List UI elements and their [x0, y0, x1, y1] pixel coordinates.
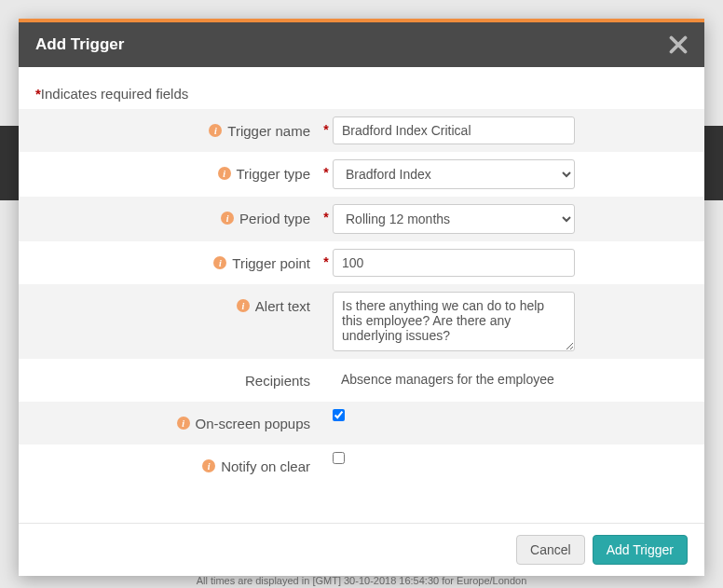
required-mark: *	[320, 249, 333, 269]
required-mark: *	[320, 159, 333, 180]
row-period-type: i Period type * Rolling 12 months	[19, 197, 704, 241]
row-notify-on-clear: i Notify on clear	[19, 444, 704, 487]
info-icon[interactable]: i	[218, 167, 231, 180]
modal-header: Add Trigger	[19, 19, 704, 67]
trigger-point-input[interactable]	[333, 249, 575, 277]
row-alert-text: i Alert text	[19, 284, 704, 359]
period-type-select[interactable]: Rolling 12 months	[333, 204, 575, 234]
onscreen-popups-checkbox[interactable]	[333, 409, 345, 421]
recipients-value: Absence managers for the employee	[333, 366, 563, 392]
footer-timestamp: All times are displayed in [GMT] 30-10-2…	[0, 573, 723, 588]
label-trigger-name: Trigger name	[227, 123, 310, 139]
cancel-button[interactable]: Cancel	[516, 535, 585, 565]
label-recipients: Recipients	[245, 373, 310, 389]
add-trigger-modal: Add Trigger *Indicates required fields i…	[19, 19, 704, 576]
required-mark: *	[320, 204, 333, 225]
required-mark: *	[320, 116, 333, 137]
row-onscreen-popups: i On-screen popups	[19, 402, 704, 444]
add-trigger-button[interactable]: Add Trigger	[593, 535, 688, 565]
label-period-type: Period type	[239, 211, 310, 226]
info-icon[interactable]: i	[209, 124, 222, 137]
label-trigger-type: Trigger type	[237, 166, 310, 182]
info-icon[interactable]: i	[213, 256, 226, 269]
modal-footer: Cancel Add Trigger	[19, 523, 704, 576]
info-icon[interactable]: i	[177, 417, 190, 430]
row-trigger-type: i Trigger type * Bradford Index	[19, 152, 704, 197]
modal-body: *Indicates required fields i Trigger nam…	[19, 67, 704, 523]
close-icon[interactable]	[669, 35, 688, 54]
info-icon[interactable]: i	[221, 212, 234, 225]
info-icon[interactable]: i	[237, 299, 250, 312]
notify-on-clear-checkbox[interactable]	[333, 452, 345, 464]
row-recipients: Recipients Absence managers for the empl…	[19, 359, 704, 402]
label-alert-text: Alert text	[255, 298, 310, 314]
label-notify-on-clear: Notify on clear	[221, 458, 310, 474]
trigger-type-select[interactable]: Bradford Index	[333, 159, 575, 189]
info-icon[interactable]: i	[202, 459, 215, 472]
required-fields-note: *Indicates required fields	[19, 76, 704, 109]
modal-title: Add Trigger	[35, 35, 124, 54]
trigger-name-input[interactable]	[333, 116, 575, 144]
alert-text-textarea[interactable]	[333, 292, 575, 351]
row-trigger-point: i Trigger point *	[19, 241, 704, 284]
label-trigger-point: Trigger point	[232, 255, 310, 271]
label-onscreen-popups: On-screen popups	[196, 416, 310, 431]
row-trigger-name: i Trigger name *	[19, 109, 704, 152]
